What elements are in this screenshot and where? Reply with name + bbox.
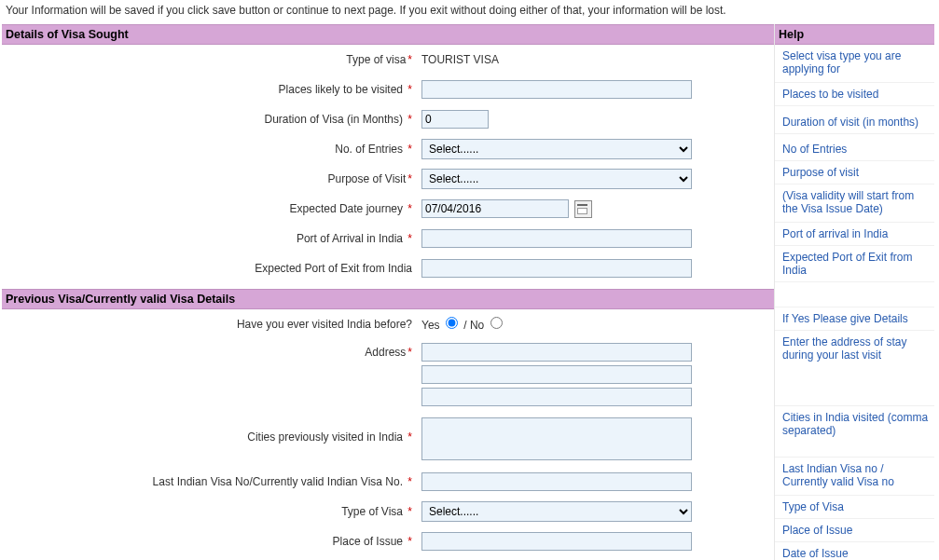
row-places-visited: Places likely to be visited * [2,75,774,104]
label-port-exit: Expected Port of Exit from India [255,262,412,275]
required-mark: * [406,475,412,488]
help-port-exit: Expected Port of Exit from India [775,246,934,282]
input-places-visited[interactable] [421,80,692,99]
section-header-prev-visa: Previous Visa/Currently valid Visa Detai… [2,289,774,309]
help-port-arrival: Port of arrival in India [775,223,934,246]
row-date-issue: Date of Issue * (DD/MM/YYYY) [2,556,774,560]
required-mark: * [406,172,412,185]
row-address: Address* [2,339,774,414]
input-address-1[interactable] [421,343,692,362]
row-expected-date: Expected Date journey * [2,194,774,224]
input-port-exit[interactable] [421,259,692,278]
label-places-visited: Places likely to be visited [279,83,403,96]
required-mark: * [406,143,412,156]
help-type-of-visa: Select visa type you are applying for [775,45,934,83]
calendar-icon[interactable] [574,200,592,218]
label-purpose: Purpose of Visit [328,172,407,185]
section-header-visa-sought: Details of Visa Sought [2,24,774,45]
help-address: Enter the address of stay during your la… [775,331,934,406]
required-mark: * [406,202,412,215]
help-header: Help [775,24,934,45]
label-yes: Yes [421,319,440,332]
radio-visited-yes[interactable] [446,317,458,329]
required-mark: * [406,505,412,518]
help-purpose: Purpose of visit [775,161,934,184]
radio-visited-no[interactable] [490,317,503,329]
input-last-visa-no[interactable] [421,472,692,491]
label-last-visa-no: Last Indian Visa No/Currently valid Indi… [153,475,403,488]
label-no: No [470,319,484,332]
help-places: Places to be visited [775,83,934,106]
label-entries: No. of Entries [335,143,403,156]
select-purpose[interactable]: Select...... [421,169,692,189]
label-type-of-visa2: Type of Visa [341,505,403,518]
required-mark: * [406,535,412,548]
row-type-of-visa2: Type of Visa * Select...... [2,497,774,526]
required-mark: * [406,346,412,359]
help-expected-date: (Visa validity will start from the Visa … [775,184,934,223]
help-cities-prev: Cities in India visited (comma separated… [775,406,934,458]
help-date-issue: Date of Issue [775,542,934,560]
label-visited-before: Have you ever visited India before? [237,318,412,331]
input-address-3[interactable] [421,388,692,406]
row-last-visa-no: Last Indian Visa No/Currently valid Indi… [2,467,774,497]
textarea-cities-prev[interactable] [421,417,692,460]
input-address-2[interactable] [421,365,692,384]
row-place-issue: Place of Issue * [2,526,774,556]
input-expected-date[interactable] [421,199,569,218]
main-form: Details of Visa Sought Type of visa* TOU… [2,24,774,560]
select-type-of-visa2[interactable]: Select...... [421,501,692,522]
row-type-of-visa: Type of visa* TOURIST VISA [2,45,774,75]
row-entries: No. of Entries * Select...... [2,134,774,164]
label-type-of-visa: Type of visa [346,53,406,66]
label-slash: / [463,319,470,332]
row-cities-prev: Cities previously visited in India * [2,414,774,467]
select-entries[interactable]: Select...... [421,139,692,159]
row-port-arrival: Port of Arrival in India * [2,224,774,253]
required-mark: * [406,430,412,444]
help-last-visa-no: Last Indian Visa no / Currently valid Vi… [775,458,934,496]
label-cities-prev: Cities previously visited in India [247,430,403,444]
help-spacer [775,282,934,307]
help-duration: Duration of visit (in months) [775,106,934,134]
label-address: Address [365,346,406,359]
row-duration: Duration of Visa (in Months) * [2,104,774,134]
row-visited-before: Have you ever visited India before? Yes … [2,309,774,339]
required-mark: * [406,232,412,245]
help-type-of-visa2: Type of Visa [775,496,934,519]
help-panel: Help Select visa type you are applying f… [774,24,934,560]
required-mark: * [406,113,412,126]
label-expected-date: Expected Date journey [290,202,403,215]
required-mark: * [406,83,412,96]
input-place-issue[interactable] [421,532,692,551]
input-port-arrival[interactable] [421,229,692,248]
row-port-exit: Expected Port of Exit from India [2,253,774,283]
help-place-issue: Place of Issue [775,519,934,542]
help-entries: No of Entries [775,134,934,161]
help-visited-before: If Yes Please give Details [775,307,934,331]
label-port-arrival: Port of Arrival in India [297,232,403,245]
required-mark: * [406,53,412,66]
label-place-issue: Place of Issue [333,535,403,548]
save-notice: Your Information will be saved if you cl… [2,2,937,24]
row-purpose: Purpose of Visit* Select...... [2,164,774,194]
value-type-of-visa: TOURIST VISA [421,53,499,66]
input-duration[interactable] [421,110,489,129]
label-duration: Duration of Visa (in Months) [264,113,403,126]
